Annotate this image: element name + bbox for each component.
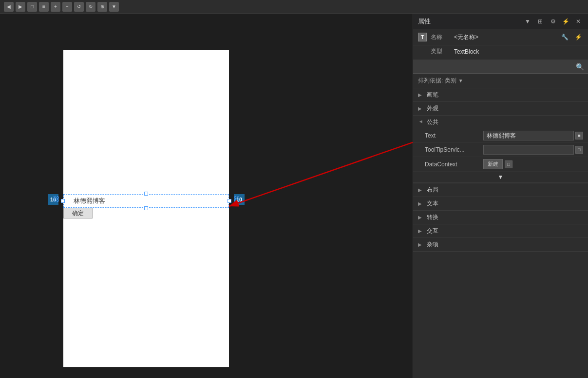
interactive-expand-icon: ▶ [418,228,424,234]
toolbar-icon-9[interactable]: ⊕ [97,2,107,12]
category-layout-header[interactable]: ▶ 布局 [413,183,588,197]
design-canvas: 10 10 ⛓ ⛓ 林德熙博客 确定 [63,50,229,367]
prop-datacontext-row: DataContext 新建 □ [413,157,588,172]
sort-label: 排列依据: 类别 [418,77,456,85]
category-appearance-header[interactable]: ▶ 外观 [413,102,588,115]
anchor-right[interactable] [228,199,231,203]
text-prop-btn[interactable]: ■ [575,132,583,139]
chain-left-icon: ⛓ [53,195,59,203]
more-props-chevron[interactable]: ▼ [413,172,588,183]
textblock-element[interactable]: 林德熙博客 [63,194,229,208]
svg-line-1 [229,139,413,206]
category-appearance: ▶ 外观 [413,102,588,116]
properties-panel: 属性 ▼ ⊞ ⚙ ⚡ ✕ T 名称 <无名称> 🔧 ⚡ 类型 TextBlock… [413,14,588,378]
misc-label: 杂项 [427,240,438,249]
sort-row[interactable]: 排列依据: 类别 ▼ [413,74,588,88]
toolbar-icon-3[interactable]: □ [27,2,37,12]
category-brush-header[interactable]: ▶ 画笔 [413,88,588,101]
text-label: 文本 [427,199,438,208]
toolbar-icon-7[interactable]: ↺ [74,2,84,12]
category-misc-header[interactable]: ▶ 杂项 [413,238,588,251]
chevron-down-icon: ▼ [498,174,504,180]
category-interactive-header[interactable]: ▶ 交互 [413,224,588,238]
confirm-button[interactable]: 确定 [63,208,93,219]
text-prop-value[interactable]: 林德熙博客 [483,131,574,140]
common-label: 公共 [427,118,438,126]
category-text: ▶ 文本 [413,197,588,211]
toolbar-icon-2[interactable]: ▶ [16,2,25,12]
transform-expand-icon: ▶ [418,215,424,220]
common-expand-icon: ▼ [418,119,424,125]
category-common-header[interactable]: ▼ 公共 [413,116,588,129]
anchor-left[interactable] [61,199,65,203]
panel-close-btn[interactable]: ✕ [573,17,583,26]
chain-right-icon: ⛓ [233,195,240,203]
tooltip-prop-label: ToolTipServic... [425,146,483,153]
panel-header-actions: ▼ ⊞ ⚙ ⚡ ✕ [523,17,583,26]
toolbar-icon-4[interactable]: ≡ [39,2,49,12]
category-common: ▼ 公共 Text 林德熙博客 ■ ToolTipServic... □ Dat… [413,116,588,183]
sort-arrow-icon: ▼ [458,78,463,83]
canvas-area: 10 10 ⛓ ⛓ 林德熙博客 确定 [0,14,413,378]
toolbar: ◀ ▶ □ ≡ + − ↺ ↻ ⊕ ▼ [0,0,588,14]
tooltip-prop-value[interactable] [483,145,574,155]
panel-float-btn[interactable]: ⊞ [535,17,545,26]
text-expand-icon: ▶ [418,201,424,206]
toolbar-icon-6[interactable]: − [62,2,72,12]
datacontext-prop-btn[interactable]: □ [505,160,512,168]
category-misc: ▶ 杂项 [413,238,588,252]
toolbar-icon-10[interactable]: ▼ [109,2,119,12]
panel-title: 属性 [418,17,523,26]
anchor-top[interactable] [144,192,148,196]
panel-search[interactable]: 🔍 [413,60,588,74]
datacontext-prop-label: DataContext [425,161,483,168]
prop-tooltip-row: ToolTipServic... □ [413,143,588,157]
type-label: 类型 [431,47,450,56]
search-icon: 🔍 [576,63,584,71]
toolbar-icon-1[interactable]: ◀ [4,2,14,12]
text-prop-label: Text [425,132,483,139]
prop-name-row: T 名称 <无名称> 🔧 ⚡ [413,29,588,45]
textblock-type-icon: T [418,33,427,41]
name-label: 名称 [431,33,450,41]
prop-type-row: 类型 TextBlock [413,45,588,60]
wrench-icon[interactable]: 🔧 [560,32,569,42]
interactive-label: 交互 [427,227,438,235]
prop-text-row: Text 林德熙博客 ■ [413,129,588,143]
appearance-expand-icon: ▶ [418,106,424,111]
panel-header: 属性 ▼ ⊞ ⚙ ⚡ ✕ [413,14,588,29]
brush-expand-icon: ▶ [418,92,424,98]
category-brush: ▶ 画笔 [413,88,588,102]
transform-label: 转换 [427,213,438,221]
appearance-label: 外观 [427,104,438,113]
new-button[interactable]: 新建 [483,159,503,169]
layout-label: 布局 [427,186,438,194]
category-layout: ▶ 布局 [413,183,588,197]
textblock-content: 林德熙博客 [64,197,105,205]
main-area: 10 10 ⛓ ⛓ 林德熙博客 确定 [0,14,588,378]
panel-lightning-btn[interactable]: ⚡ [561,17,570,26]
anchor-bottom[interactable] [144,206,148,210]
type-value: TextBlock [454,48,479,55]
category-transform: ▶ 转换 [413,211,588,224]
category-interactive: ▶ 交互 [413,224,588,238]
tooltip-prop-btn[interactable]: □ [575,146,583,154]
toolbar-icon-8[interactable]: ↻ [86,2,95,12]
brush-label: 画笔 [427,91,438,99]
category-text-header[interactable]: ▶ 文本 [413,197,588,210]
name-value: <无名称> [454,33,556,41]
toolbar-icon-5[interactable]: + [51,2,60,12]
lightning-small-icon[interactable]: ⚡ [573,32,583,42]
panel-settings-btn[interactable]: ⚙ [548,17,558,26]
panel-pin-btn[interactable]: ▼ [523,17,532,26]
misc-expand-icon: ▶ [418,242,424,247]
layout-expand-icon: ▶ [418,187,424,193]
category-transform-header[interactable]: ▶ 转换 [413,211,588,224]
